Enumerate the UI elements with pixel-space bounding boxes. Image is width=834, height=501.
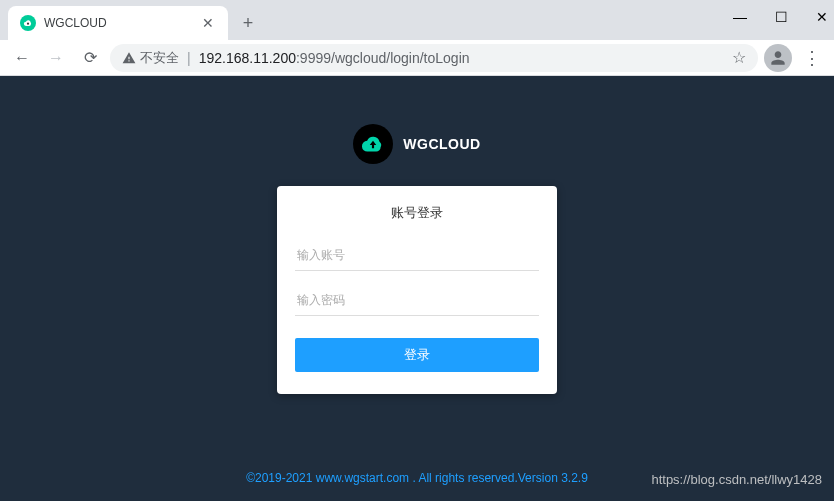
brand-logo bbox=[353, 124, 393, 164]
brand-name: WGCLOUD bbox=[403, 136, 480, 152]
nav-forward-button[interactable]: → bbox=[42, 44, 70, 72]
person-icon bbox=[768, 48, 788, 68]
security-label: 不安全 bbox=[140, 49, 179, 67]
address-bar[interactable]: 不安全 | 192.168.11.200:9999/wgcloud/login/… bbox=[110, 44, 758, 72]
url-text: 192.168.11.200:9999/wgcloud/login/toLogi… bbox=[199, 50, 470, 66]
tab-favicon bbox=[20, 15, 36, 31]
login-submit-button[interactable]: 登录 bbox=[295, 338, 539, 372]
brand-header: WGCLOUD bbox=[353, 124, 480, 164]
tab-close-button[interactable]: ✕ bbox=[200, 13, 216, 33]
window-controls: ― ☐ ✕ bbox=[733, 0, 834, 40]
bookmark-star-icon[interactable]: ☆ bbox=[732, 48, 746, 67]
browser-tab[interactable]: WGCLOUD ✕ bbox=[8, 6, 228, 40]
login-title: 账号登录 bbox=[295, 204, 539, 222]
omnibox-separator: | bbox=[187, 50, 191, 66]
window-maximize-button[interactable]: ☐ bbox=[775, 9, 788, 25]
profile-avatar-button[interactable] bbox=[764, 44, 792, 72]
page-content: WGCLOUD 账号登录 登录 ©2019-2021 www.wgstart.c… bbox=[0, 76, 834, 501]
window-close-button[interactable]: ✕ bbox=[816, 9, 828, 25]
login-card: 账号登录 登录 bbox=[277, 186, 557, 394]
watermark-text: https://blog.csdn.net/llwy1428 bbox=[651, 472, 822, 487]
nav-reload-button[interactable]: ⟳ bbox=[76, 44, 104, 72]
window-minimize-button[interactable]: ― bbox=[733, 9, 747, 25]
username-input[interactable] bbox=[295, 240, 539, 271]
browser-menu-button[interactable]: ⋮ bbox=[798, 44, 826, 72]
security-indicator[interactable]: 不安全 bbox=[122, 49, 179, 67]
warning-icon bbox=[122, 51, 136, 65]
password-input[interactable] bbox=[295, 285, 539, 316]
browser-toolbar: ← → ⟳ 不安全 | 192.168.11.200:9999/wgcloud/… bbox=[0, 40, 834, 76]
nav-back-button[interactable]: ← bbox=[8, 44, 36, 72]
browser-tab-bar: WGCLOUD ✕ + ― ☐ ✕ bbox=[0, 0, 834, 40]
new-tab-button[interactable]: + bbox=[234, 9, 262, 37]
tab-title: WGCLOUD bbox=[44, 16, 200, 30]
